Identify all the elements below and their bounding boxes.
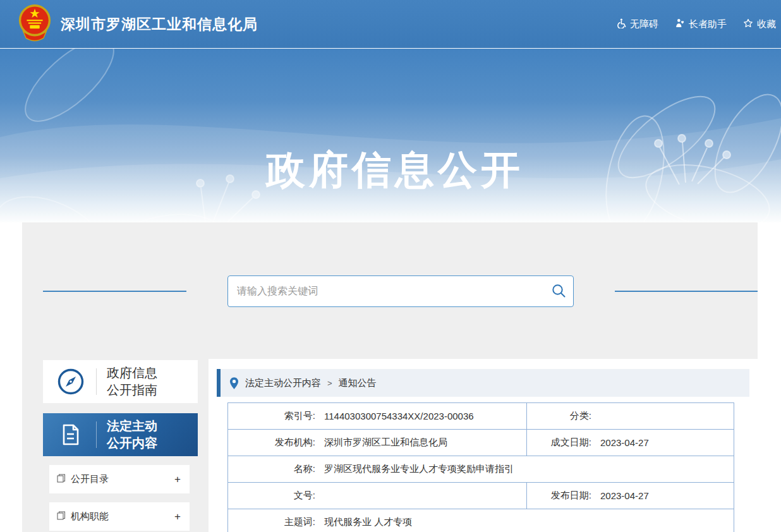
site-header: 深圳市罗湖区工业和信息化局 无障碍 长者助手	[0, 0, 781, 48]
header-utility-links: 无障碍 长者助手 收藏	[616, 0, 776, 48]
search-input[interactable]	[228, 276, 544, 306]
table-row: 名称: 罗湖区现代服务业专业人才专项奖励申请指引	[228, 456, 734, 483]
keywords-label: 主题词:	[228, 516, 315, 528]
search-box	[227, 275, 574, 307]
category-label: 分类:	[527, 410, 591, 422]
sidebar-item-org-functions[interactable]: 机构职能 +	[49, 502, 190, 531]
breadcrumb-current[interactable]: 通知公告	[339, 377, 377, 389]
main-panel: 法定主动公开内容 > 通知公告 索引号: 1144030300754334XX/…	[209, 359, 758, 532]
compass-icon	[57, 368, 85, 396]
national-emblem-icon	[18, 3, 52, 45]
accessibility-label: 无障碍	[630, 18, 658, 30]
date-written-value: 2023-04-27	[600, 437, 649, 448]
sidebar-nav: 政府信息 公开指南 法定主动 公开内容	[43, 360, 198, 531]
sidebar-item-open-catalog[interactable]: 公开目录 +	[49, 465, 190, 493]
expand-plus-icon[interactable]: +	[174, 511, 181, 523]
document-meta-table: 索引号: 1144030300754334XX/2023-00036 分类: 发…	[227, 402, 734, 532]
site-title: 深圳市罗湖区工业和信息化局	[61, 15, 258, 34]
star-icon	[743, 18, 753, 30]
date-published-value: 2023-04-27	[600, 490, 649, 501]
search-divider-left	[43, 291, 186, 292]
sidebar-statutory-label-line2: 公开内容	[107, 435, 157, 452]
publisher-value: 深圳市罗湖区工业和信息化局	[324, 437, 447, 449]
search-icon	[551, 283, 566, 300]
elder-assist-link[interactable]: 长者助手	[675, 18, 727, 30]
page-banner: 政府信息公开	[0, 48, 781, 222]
location-pin-icon	[229, 377, 239, 390]
breadcrumb: 法定主动公开内容 > 通知公告	[217, 369, 749, 397]
date-published-label: 发布日期:	[527, 490, 591, 502]
content-area: 政府信息 公开指南 法定主动 公开内容	[22, 222, 758, 532]
favorite-label: 收藏	[757, 18, 776, 30]
expand-plus-icon[interactable]: +	[174, 473, 181, 486]
sidebar-statutory-label-line1: 法定主动	[107, 418, 157, 435]
page-title: 政府信息公开	[0, 143, 781, 196]
favorite-link[interactable]: 收藏	[743, 18, 776, 30]
accessibility-link[interactable]: 无障碍	[616, 18, 658, 30]
breadcrumb-separator: >	[327, 378, 332, 388]
search-button[interactable]	[544, 276, 573, 306]
site-logo-home-link[interactable]: 深圳市罗湖区工业和信息化局	[18, 3, 258, 45]
table-row: 主题词: 现代服务业 人才专项	[228, 509, 734, 532]
elder-assist-icon	[675, 18, 685, 30]
sidebar-guide-label-line2: 公开指南	[107, 382, 157, 399]
pages-icon	[57, 511, 66, 523]
table-row: 发布机构: 深圳市罗湖区工业和信息化局 成文日期: 2023-04-27	[228, 430, 734, 456]
divider	[96, 421, 97, 448]
index-number-label: 索引号:	[228, 410, 315, 422]
doc-number-label: 文号:	[228, 490, 315, 502]
document-icon	[57, 421, 85, 449]
search-divider-right	[615, 291, 758, 292]
index-number-value: 1144030300754334XX/2023-00036	[324, 411, 474, 421]
pages-icon	[57, 474, 66, 485]
sidebar-item-guide[interactable]: 政府信息 公开指南	[43, 360, 198, 403]
doc-name-value: 罗湖区现代服务业专业人才专项奖励申请指引	[324, 463, 514, 475]
keywords-value: 现代服务业 人才专项	[324, 516, 412, 528]
sidebar-guide-label-line1: 政府信息	[107, 365, 157, 382]
publisher-label: 发布机构:	[228, 437, 315, 449]
table-row: 文号: 发布日期: 2023-04-27	[228, 483, 734, 509]
org-functions-label: 机构职能	[71, 511, 109, 523]
divider	[96, 368, 97, 395]
date-written-label: 成文日期:	[527, 437, 591, 449]
table-row: 索引号: 1144030300754334XX/2023-00036 分类:	[228, 403, 734, 430]
doc-name-label: 名称:	[228, 463, 315, 475]
sidebar-item-statutory-disclosure[interactable]: 法定主动 公开内容	[43, 413, 198, 456]
elder-assist-label: 长者助手	[689, 18, 727, 30]
accessibility-icon	[616, 18, 626, 30]
breadcrumb-root-link[interactable]: 法定主动公开内容	[245, 377, 321, 389]
open-catalog-label: 公开目录	[71, 473, 109, 485]
